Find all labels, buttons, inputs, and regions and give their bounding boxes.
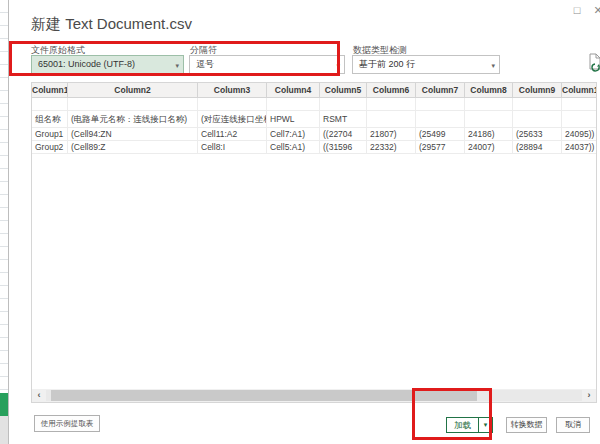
table-cell: 24095)) (562, 128, 597, 141)
excel-statusbar-strip (0, 416, 8, 444)
file-origin-value: 65001: Unicode (UTF-8) (38, 59, 135, 69)
table-cell (416, 111, 465, 128)
table-cell: Cell8:I (198, 141, 267, 154)
scroll-left-icon[interactable]: ‹ (32, 389, 46, 402)
table-cell: 组名称 (32, 111, 68, 128)
table-cell (32, 98, 68, 111)
table-cell: (28894 (513, 141, 562, 154)
chevron-down-icon: ▾ (336, 57, 340, 74)
table-cell: (Cell94:ZN (68, 128, 198, 141)
column-header: Column7 (416, 83, 465, 98)
excel-worksheet-strip (0, 0, 8, 444)
scrollbar-thumb[interactable] (51, 390, 477, 401)
file-origin-dropdown[interactable]: 65001: Unicode (UTF-8) ▾ (31, 55, 184, 74)
type-detection-dropdown[interactable]: 基于前 200 行 ▾ (352, 55, 500, 74)
excel-green-accent (0, 393, 8, 416)
table-cell: (Cell89:Z (68, 141, 198, 154)
column-header: Column6 (367, 83, 416, 98)
csv-import-dialog-screen: □ ✕ 新建 Text Document.csv 文件原始格式 分隔符 数据类型… (0, 0, 600, 444)
table-row (32, 98, 597, 111)
load-dropdown-icon[interactable]: ▾ (479, 417, 493, 433)
column-header: Column5 (320, 83, 367, 98)
table-cell (416, 98, 465, 111)
table-cell (562, 98, 597, 111)
table-cell: 21807) (367, 128, 416, 141)
table-cell: Cell5:A1) (267, 141, 320, 154)
chevron-down-icon: ▾ (491, 57, 495, 74)
chevron-down-icon: ▾ (175, 57, 179, 74)
table-cell: Cell7:A1) (267, 128, 320, 141)
column-header: Column3 (198, 83, 267, 98)
transform-data-button[interactable]: 转换数据 (506, 417, 547, 433)
preview-table: Column1 Column2 Column3 Column4 Column5 … (31, 82, 597, 403)
column-header: Column4 (267, 83, 320, 98)
table-cell: 24186) (465, 128, 513, 141)
table-cell (465, 98, 513, 111)
horizontal-scrollbar[interactable]: ‹ › (32, 389, 596, 402)
table-cell: (对应连线接口坐标) (198, 111, 267, 128)
cancel-button[interactable]: 取消 (556, 417, 590, 433)
delimiter-value: 逗号 (196, 59, 214, 69)
table-cell: HPWL (267, 111, 320, 128)
table-header-row: Column1 Column2 Column3 Column4 Column5 … (32, 83, 597, 98)
table-row: Group1 (Cell94:ZN Cell11:A2 Cell7:A1) ((… (32, 128, 597, 141)
column-header: Column9 (513, 83, 562, 98)
table-row: 组名称 (电路单元名称：连线接口名称) (对应连线接口坐标) HPWL RSMT (32, 111, 597, 128)
delimiter-dropdown[interactable]: 逗号 ▾ (189, 55, 345, 74)
table-cell: Group2 (32, 141, 68, 154)
load-button[interactable]: 加载 (446, 417, 479, 433)
extract-table-using-examples-button[interactable]: 使用示例提取表 (34, 415, 100, 432)
table-cell: 24007) (465, 141, 513, 154)
table-cell (465, 111, 513, 128)
table-cell: (29577 (416, 141, 465, 154)
table-cell (68, 98, 198, 111)
table-cell: 24037)) (562, 141, 597, 154)
maximize-icon[interactable]: □ (569, 3, 585, 18)
table-cell: ((22704 (320, 128, 367, 141)
table-cell (320, 98, 367, 111)
table-cell: (25499 (416, 128, 465, 141)
load-split-button: 加载 ▾ (446, 417, 493, 433)
table-cell (513, 98, 562, 111)
table-cell (198, 98, 267, 111)
table-cell (513, 111, 562, 128)
column-header: Column8 (465, 83, 513, 98)
table-cell: (25633 (513, 128, 562, 141)
table-cell (367, 111, 416, 128)
column-header: Column1 (32, 83, 68, 98)
table-cell: 22332) (367, 141, 416, 154)
type-detection-value: 基于前 200 行 (359, 59, 415, 69)
scroll-right-icon[interactable]: › (582, 389, 596, 402)
table-cell: RSMT (320, 111, 367, 128)
table-row: Group2 (Cell89:Z Cell8:I Cell5:A1) ((315… (32, 141, 597, 154)
dialog-title: 新建 Text Document.csv (31, 15, 192, 34)
table-cell (367, 98, 416, 111)
close-icon[interactable]: ✕ (590, 3, 600, 18)
table-cell: (电路单元名称：连线接口名称) (68, 111, 198, 128)
table-cell (267, 98, 320, 111)
column-header: Column10 (562, 83, 597, 98)
table-cell: Cell11:A2 (198, 128, 267, 141)
table-cell: ((31596 (320, 141, 367, 154)
document-edit-icon (586, 52, 600, 72)
csv-import-dialog: □ ✕ 新建 Text Document.csv 文件原始格式 分隔符 数据类型… (8, 0, 600, 444)
table-cell (562, 111, 597, 128)
table-cell: Group1 (32, 128, 68, 141)
column-header: Column2 (68, 83, 198, 98)
